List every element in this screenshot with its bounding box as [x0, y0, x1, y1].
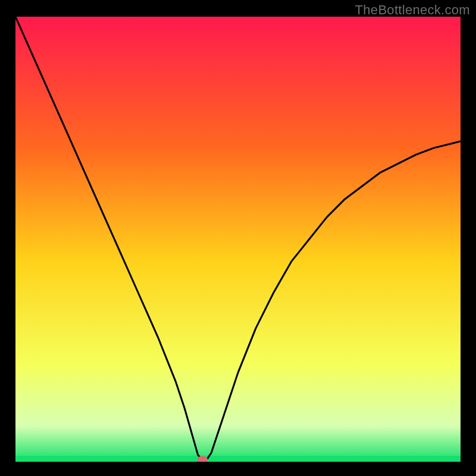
bottleneck-chart	[15, 17, 461, 462]
watermark-text: TheBottleneck.com	[355, 2, 470, 18]
gradient-background	[15, 17, 461, 462]
bottom-band	[15, 456, 461, 462]
chart-frame: TheBottleneck.com	[0, 0, 476, 476]
plot-area	[15, 17, 461, 462]
